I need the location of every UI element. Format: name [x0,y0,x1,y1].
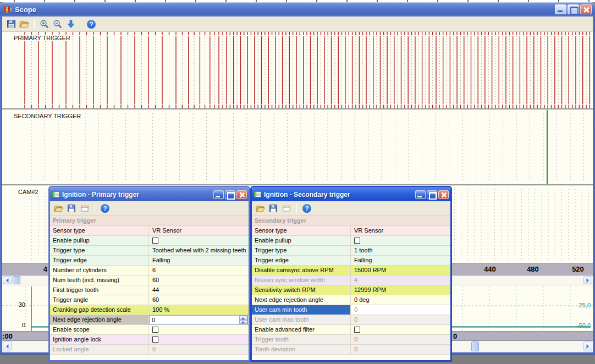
right-arrow-icon [587,344,591,349]
property-value[interactable] [149,325,249,334]
close-button[interactable] [438,190,449,199]
property-value[interactable] [149,335,249,344]
maximize-button[interactable] [225,190,235,199]
scrollbar-thumb[interactable] [471,341,479,351]
property-row-trigger-type[interactable]: Trigger type1 tooth [252,246,450,256]
property-value[interactable]: 60 [149,275,249,285]
property-value[interactable]: 0 deg [351,295,450,305]
scroll-left-button[interactable] [3,276,12,284]
property-row-trigger-edge[interactable]: Trigger edgeFalling [50,256,249,266]
right-arrow-icon [587,278,591,283]
property-value[interactable]: 0 [149,315,249,324]
spin-up-button[interactable] [239,316,247,320]
property-value[interactable]: 0 [149,345,249,354]
dialog-titlebar[interactable]: Ignition - Secondary trigger [252,187,450,201]
property-value[interactable]: VR Sensor [149,226,249,235]
property-value[interactable] [149,236,249,245]
window-button[interactable] [79,203,90,214]
property-value[interactable]: VR Sensor [351,226,450,235]
close-button[interactable] [236,190,247,199]
value-input[interactable]: 0 [149,315,248,324]
property-row-tooth-deviation[interactable]: Tooth deviation0 [252,345,450,355]
scroll-right-button[interactable] [583,341,592,351]
save-button[interactable] [268,203,279,214]
scrollbar-thumb[interactable] [13,276,20,284]
zoom-out-button[interactable] [52,19,63,30]
property-row-trigger-type[interactable]: Trigger typeToothed wheel with 2 missing… [50,246,249,256]
property-value[interactable]: 1 tooth [351,246,450,255]
property-value[interactable]: 0 [351,345,450,354]
help-button[interactable]: ? [301,203,312,214]
property-value[interactable]: 100 % [149,305,249,315]
property-row-nissan-sync-window-width[interactable]: Nissan sync window width4 [252,275,450,285]
property-row-trigger-angle[interactable]: Trigger angle60 [50,295,249,305]
property-value[interactable] [351,325,450,334]
property-row-sensor-type[interactable]: Sensor typeVR Sensor [50,226,249,236]
property-value[interactable]: Falling [351,256,450,265]
minimize-button[interactable] [555,4,566,14]
checkbox[interactable] [354,238,360,244]
property-row-trigger-tooth[interactable]: Trigger tooth0 [252,335,450,345]
property-row-ignition-angle-lock[interactable]: Ignition angle lock [50,335,249,345]
property-value[interactable]: 0 [351,305,450,315]
property-row-num-teeth-incl-missing-[interactable]: Num teeth (incl. missing)60 [50,275,249,285]
open-button[interactable] [255,203,266,214]
save-button[interactable] [66,203,77,214]
download-button[interactable] [65,19,76,30]
property-row-sensitivity-switch-rpm[interactable]: Sensitivity switch RPM12999 RPM [252,285,450,295]
dialog-titlebar[interactable]: Ignition - Primary trigger [50,187,249,201]
property-row-enable-pullup[interactable]: Enable pullup [252,236,450,246]
property-value[interactable]: 12999 RPM [351,285,450,295]
zoom-in-button[interactable] [39,19,50,30]
property-label: Locked angle [50,345,149,354]
scroll-right-button[interactable] [583,276,592,284]
scope-window-titlebar[interactable]: Scope [0,2,595,16]
primary-trace [2,32,593,108]
checkbox[interactable] [152,238,158,244]
open-button[interactable] [19,19,30,30]
maximize-button[interactable] [568,4,579,14]
property-row-enable-pullup[interactable]: Enable pullup [50,236,249,246]
property-row-next-edge-rejection-angle[interactable]: Next edge rejection angle0 [50,315,249,325]
checkbox[interactable] [152,327,158,333]
scroll-left-button[interactable] [3,341,12,351]
minimize-button[interactable] [213,190,224,199]
close-button[interactable] [580,4,592,14]
property-row-cranking-gap-detection-scale[interactable]: Cranking gap detection scale100 % [50,305,249,315]
property-value[interactable]: Falling [149,256,249,265]
property-row-user-cam-min-tooth[interactable]: User cam min tooth0 [252,305,450,315]
open-button[interactable] [53,203,64,214]
checkbox[interactable] [354,327,360,333]
property-row-disable-camsync-above-rpm[interactable]: Disable camsync above RPM15000 RPM [252,266,450,275]
property-row-locked-angle[interactable]: Locked angle0 [50,345,249,355]
help-button[interactable]: ? [100,203,111,214]
property-value[interactable]: 4 [351,275,450,285]
spin-down-button[interactable] [239,320,247,324]
maximize-button[interactable] [427,190,437,199]
property-row-enable-scope[interactable]: Enable scope [50,325,249,335]
property-value[interactable]: 0 [351,315,450,324]
property-row-enable-advanced-filter[interactable]: Enable advanced filter [252,325,450,335]
property-value[interactable]: 60 [149,295,249,305]
property-value[interactable]: 0 [351,335,450,344]
checkbox[interactable] [152,337,158,343]
property-row-trigger-edge[interactable]: Trigger edgeFalling [252,256,450,266]
help-button[interactable]: ? [86,19,97,30]
property-row-sensor-type[interactable]: Sensor typeVR Sensor [252,226,450,236]
window-icon [80,204,89,213]
window-button[interactable] [281,203,292,214]
property-value[interactable]: Toothed wheel with 2 missing teeth [149,246,249,255]
property-value[interactable] [351,236,450,245]
secondary-trigger-label: SECONDARY TRIGGER [12,113,82,119]
property-row-next-edge-rejection-angle[interactable]: Next edge rejection angle0 deg [252,295,450,305]
property-value[interactable]: 6 [149,266,249,275]
minimize-button[interactable] [415,190,426,199]
property-value[interactable]: 44 [149,285,249,295]
property-row-first-trigger-tooth[interactable]: First trigger tooth44 [50,285,249,295]
save-button[interactable] [5,19,16,30]
property-label: Trigger tooth [252,335,351,344]
property-value[interactable]: 15000 RPM [351,266,450,275]
property-row-user-cam-max-tooth[interactable]: User cam max tooth0 [252,315,450,325]
property-row-number-of-cylinders[interactable]: Number of cylinders6 [50,266,249,275]
zoom-out-icon [53,19,63,29]
